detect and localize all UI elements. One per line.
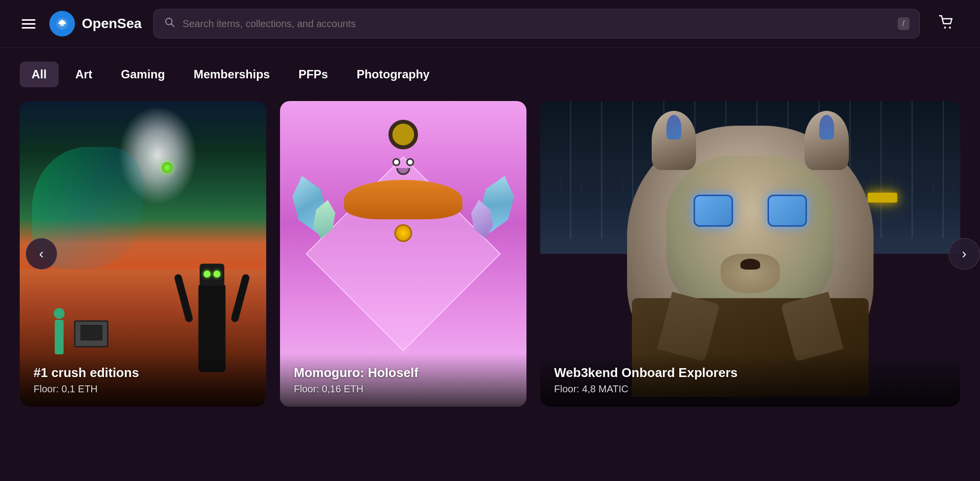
tv-box	[74, 320, 108, 347]
carousel: ‹	[0, 101, 980, 407]
figure-body	[55, 320, 64, 354]
medallion	[394, 224, 412, 242]
green-orb	[162, 162, 173, 173]
card-3-title: Web3kend Onboard Explorers	[554, 365, 946, 380]
cart-icon	[938, 14, 954, 31]
carousel-prev-button[interactable]: ‹	[26, 238, 57, 270]
category-art[interactable]: Art	[64, 62, 105, 87]
chevron-left-icon: ‹	[39, 246, 43, 262]
svg-point-2	[944, 27, 946, 29]
search-bar: /	[153, 9, 920, 38]
wolf-face	[666, 155, 834, 313]
char-mouth	[396, 168, 410, 175]
search-input[interactable]	[182, 18, 890, 30]
logo[interactable]: OpenSea	[49, 11, 141, 36]
category-memberships[interactable]: Memberships	[182, 62, 282, 87]
monster-eyes	[202, 271, 222, 278]
character-cape	[344, 180, 462, 219]
cards-container: #1 crush editions Floor: 0,1 ETH	[20, 101, 960, 407]
opensea-ship-icon	[55, 16, 70, 31]
collection-card-3[interactable]: Web3kend Onboard Explorers Floor: 4,8 MA…	[540, 101, 960, 407]
svg-point-0	[61, 20, 64, 23]
monster-figure	[177, 234, 246, 372]
card-2-overlay: Momoguro: Holoself Floor: 0,16 ETH	[280, 353, 526, 407]
figure-head	[54, 308, 65, 319]
menu-button[interactable]	[20, 17, 37, 31]
lapel-right	[781, 292, 844, 362]
wolf-pupil-right	[780, 202, 795, 217]
card-2-floor-price: Floor: 0,16 ETH	[294, 383, 513, 395]
logo-text: OpenSea	[82, 16, 141, 32]
char-eye-left	[392, 158, 400, 166]
category-all[interactable]: All	[20, 62, 59, 87]
category-nav: All Art Gaming Memberships PFPs Photogra…	[0, 48, 980, 101]
lapel-left	[657, 292, 720, 362]
ear-left-inner	[666, 115, 681, 139]
char-eye-right	[406, 158, 414, 166]
search-icon	[164, 16, 175, 31]
card-3-overlay: Web3kend Onboard Explorers Floor: 4,8 MA…	[540, 353, 960, 407]
tv-screen	[80, 325, 103, 341]
search-shortcut-badge: /	[898, 17, 910, 30]
category-photography[interactable]: Photography	[345, 62, 441, 87]
card-2-title: Momoguro: Holoself	[294, 365, 513, 380]
cart-button[interactable]	[932, 12, 960, 36]
wolf-eye-left	[694, 195, 733, 227]
svg-point-3	[949, 27, 951, 29]
hamburger-line-3	[22, 27, 35, 29]
wolf-snout	[721, 254, 780, 293]
logo-icon	[49, 11, 75, 36]
ear-left	[652, 111, 696, 170]
category-pfps[interactable]: PFPs	[286, 62, 340, 87]
card-1-floor-price: Floor: 0,1 ETH	[34, 383, 252, 395]
eye-right	[213, 271, 220, 277]
card-1-overlay: #1 crush editions Floor: 0,1 ETH	[20, 353, 266, 407]
wolf-nose	[740, 259, 760, 270]
ear-right	[805, 111, 849, 170]
category-gaming[interactable]: Gaming	[109, 62, 176, 87]
card-1-title: #1 crush editions	[34, 365, 252, 380]
card-3-floor-price: Floor: 4,8 MATIC	[554, 383, 946, 395]
hamburger-line-2	[22, 23, 35, 25]
eye-left	[204, 271, 210, 277]
character-eyes	[384, 145, 423, 166]
wolf-eye-right	[768, 195, 807, 227]
wolf-pupil-left	[706, 202, 721, 217]
ear-right-inner	[819, 115, 834, 139]
collection-card-2[interactable]: Momoguro: Holoself Floor: 0,16 ETH	[280, 101, 526, 407]
carousel-next-button[interactable]: ›	[948, 238, 980, 270]
hamburger-line-1	[22, 19, 35, 21]
head-ring	[388, 120, 418, 149]
chevron-right-icon: ›	[962, 246, 966, 262]
character-head	[384, 145, 423, 185]
header: OpenSea /	[0, 0, 980, 48]
